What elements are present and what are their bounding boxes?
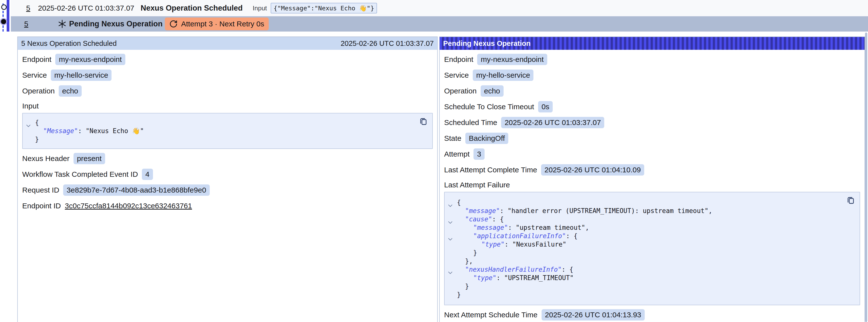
event-input-label: Input	[253, 4, 267, 12]
json-line-text: },	[457, 257, 473, 265]
json-line-text: }	[35, 136, 39, 143]
json-line: }	[444, 290, 845, 299]
json-line-text: "Message": "Nexus Echo 👋"	[35, 127, 144, 135]
operation-value-chip: echo	[480, 85, 503, 97]
state-field: State BackingOff	[444, 133, 860, 144]
json-line-text: "cause": {	[457, 216, 504, 223]
event-id-link[interactable]: 5	[26, 4, 30, 12]
state-label: State	[444, 134, 461, 142]
json-line: "nexusHandlerFailureInfo": {	[444, 265, 845, 274]
nexus-header-field: Nexus Header present	[22, 153, 433, 164]
last-attempt-complete-time-field: Last Attempt Complete Time 2025-02-26 UT…	[444, 164, 860, 175]
wtce-field: Workflow Task Completed Event ID 4	[22, 169, 433, 180]
attempt-field: Attempt 3	[444, 149, 860, 160]
endpoint-id-link[interactable]: 3c0c75ccfa8144b092c13ce632463761	[65, 202, 192, 210]
operation-field: Operation echo	[22, 85, 433, 97]
event-detail-header-timestamp: 2025-02-26 UTC 01:03:37.07	[341, 39, 434, 47]
endpoint-label: Endpoint	[22, 55, 51, 64]
last-attempt-complete-time-label: Last Attempt Complete Time	[444, 166, 537, 174]
timeline-active-bar	[7, 0, 9, 32]
endpoint-field: Endpoint my-nexus-endpoint	[22, 54, 433, 65]
retry-badge: Attempt 3 · Next Retry 0s	[165, 18, 269, 30]
operation-label: Operation	[22, 87, 55, 95]
state-chip: BackingOff	[465, 133, 508, 144]
json-line: "type": "NexusFailure"	[444, 240, 845, 249]
endpoint-field: Endpoint my-nexus-endpoint	[444, 54, 860, 65]
timeline-pending-row[interactable]: 5 Pending Nexus Operation Attempt 3 · Ne…	[11, 16, 868, 32]
json-line-text: "type": "NexusFailure"	[457, 240, 566, 248]
json-line: {	[444, 198, 845, 206]
service-value-chip: my-hello-service	[51, 69, 112, 81]
attempt-label: Attempt	[444, 150, 469, 158]
service-label: Service	[22, 71, 47, 79]
json-line: "applicationFailureInfo": {	[444, 232, 845, 240]
last-attempt-failure-label: Last Attempt Failure	[444, 180, 860, 190]
service-field: Service my-hello-service	[444, 69, 860, 81]
copy-button[interactable]	[846, 196, 856, 205]
last-attempt-failure-json-block: {"message": "handler error (UPSTREAM_TIM…	[444, 192, 860, 305]
event-detail-header: 5 Nexus Operation Scheduled 2025-02-26 U…	[18, 37, 437, 50]
pending-title: Pending Nexus Operation	[69, 20, 163, 28]
last-attempt-complete-time-chip: 2025-02-26 UTC 01:04:10.09	[541, 164, 644, 175]
json-line: "message": "handler error (UPSTREAM_TIME…	[444, 206, 845, 215]
scheduled-time-field: Scheduled Time 2025-02-26 UTC 01:03:37.0…	[444, 117, 860, 128]
request-id-value-chip: 3e829b7e-7d67-4b08-aad3-b1e868bfe9e0	[63, 185, 210, 196]
retry-badge-text: Attempt 3 · Next Retry 0s	[181, 20, 264, 28]
pending-asterisk-icon	[57, 19, 67, 29]
event-detail-header-title: 5 Nexus Operation Scheduled	[21, 39, 117, 47]
pending-event-id-link[interactable]: 5	[24, 20, 28, 28]
vertical-scrollbar[interactable]	[865, 33, 867, 322]
endpoint-id-field: Endpoint ID 3c0c75ccfa8144b092c13ce63246…	[22, 200, 433, 212]
service-value-chip: my-hello-service	[473, 69, 533, 81]
event-detail-panel: 5 Nexus Operation Scheduled 2025-02-26 U…	[17, 36, 438, 322]
wtce-label: Workflow Task Completed Event ID	[22, 170, 138, 179]
json-line: }	[444, 282, 845, 290]
nexus-header-label: Nexus Header	[22, 154, 69, 163]
wtce-value-chip: 4	[142, 169, 153, 180]
endpoint-label: Endpoint	[444, 55, 473, 64]
endpoint-value-chip: my-nexus-endpoint	[55, 54, 125, 65]
operation-value-chip: echo	[59, 85, 82, 97]
next-attempt-schedule-time-field: Next Attempt Schedule Time 2025-02-26 UT…	[444, 309, 860, 321]
next-attempt-schedule-time-label: Next Attempt Schedule Time	[444, 311, 538, 319]
schedule-to-close-timeout-chip: 0s	[538, 101, 553, 112]
event-timestamp: 2025-02-26 UTC 01:03:37.07	[38, 4, 134, 12]
copy-button[interactable]	[418, 117, 428, 127]
json-line-text: }	[457, 291, 461, 298]
event-marker-filled-circle-icon	[1, 19, 6, 24]
json-line-text: "type": "UPSTREAM_TIMEOUT"	[457, 274, 574, 282]
endpoint-id-label: Endpoint ID	[22, 202, 61, 210]
event-title: Nexus Operation Scheduled	[141, 4, 243, 12]
copy-icon	[846, 202, 855, 205]
copy-icon	[419, 123, 428, 127]
json-line: },	[444, 257, 845, 265]
service-field: Service my-hello-service	[22, 69, 433, 81]
nexus-header-value-chip: present	[73, 153, 105, 164]
json-line-text: "nexusHandlerFailureInfo": {	[457, 266, 573, 273]
json-line: }	[23, 135, 417, 143]
next-attempt-schedule-time-chip: 2025-02-26 UTC 01:04:13.93	[541, 309, 645, 321]
request-id-label: Request ID	[22, 186, 59, 194]
schedule-to-close-timeout-label: Schedule To Close Timeout	[444, 103, 534, 111]
request-id-field: Request ID 3e829b7e-7d67-4b08-aad3-b1e86…	[22, 185, 433, 196]
operation-label: Operation	[444, 87, 477, 95]
json-line-text: "applicationFailureInfo": {	[457, 232, 578, 240]
pending-operation-panel: Pending Nexus Operation Endpoint my-nexu…	[439, 36, 865, 322]
attempt-chip: 3	[473, 149, 485, 160]
scheduled-time-chip: 2025-02-26 UTC 01:03:37.07	[501, 117, 604, 128]
pending-operation-header-title: Pending Nexus Operation	[443, 39, 531, 47]
json-line-text: "message": "upstream timeout",	[457, 224, 589, 231]
service-label: Service	[444, 71, 469, 79]
json-line-text: {	[35, 119, 39, 126]
event-marker-open-circle-icon	[1, 4, 7, 10]
json-line-text: "message": "handler error (UPSTREAM_TIME…	[457, 207, 712, 215]
json-line: "type": "UPSTREAM_TIMEOUT"	[444, 274, 845, 282]
event-input-chip: {"Message":"Nexus Echo 👋"}	[271, 3, 377, 13]
pending-operation-header: Pending Nexus Operation	[440, 37, 865, 50]
json-line-text: }	[457, 283, 469, 290]
endpoint-value-chip: my-nexus-endpoint	[477, 54, 547, 65]
json-line-text: {	[457, 199, 461, 206]
timeline-event-row[interactable]: 5 2025-02-26 UTC 01:03:37.07 Nexus Opera…	[11, 0, 868, 16]
input-section-label: Input	[22, 101, 433, 111]
scheduled-time-label: Scheduled Time	[444, 118, 497, 127]
